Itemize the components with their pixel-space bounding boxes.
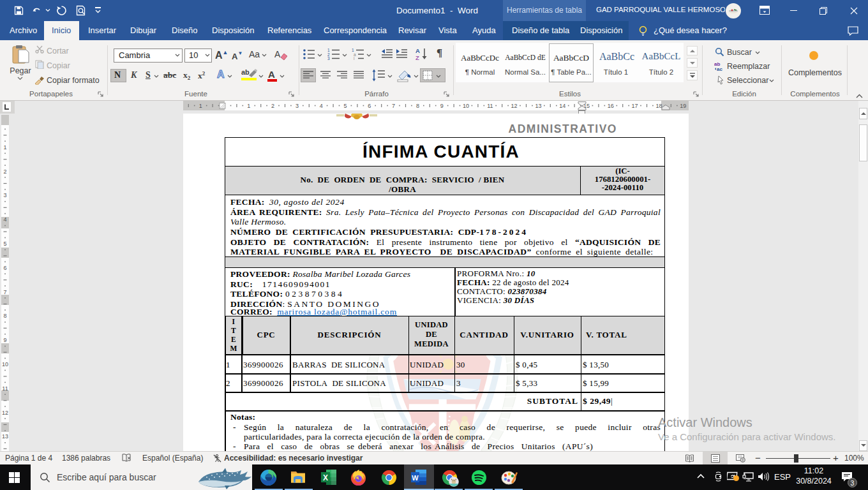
svg-text:Z: Z — [415, 54, 419, 61]
svg-text:16: 16 — [608, 103, 614, 109]
svg-text:14: 14 — [559, 103, 565, 109]
svg-text:W: W — [412, 474, 419, 482]
svg-text:X: X — [323, 473, 328, 482]
svg-text:1: 1 — [247, 103, 250, 109]
svg-text:3: 3 — [3, 192, 6, 198]
svg-text:3: 3 — [296, 103, 299, 109]
svg-text:7: 7 — [392, 103, 395, 109]
svg-text:5: 5 — [3, 241, 6, 247]
svg-text:19: 19 — [680, 103, 686, 109]
svg-text:10: 10 — [463, 103, 469, 109]
svg-text:17: 17 — [632, 103, 638, 109]
svg-text:6: 6 — [368, 103, 371, 109]
svg-text:ac: ac — [717, 66, 722, 71]
svg-text:7: 7 — [3, 289, 6, 295]
svg-text:13: 13 — [535, 103, 541, 109]
svg-text:8: 8 — [3, 313, 6, 319]
svg-text:13: 13 — [2, 433, 8, 440]
svg-text:11: 11 — [487, 103, 493, 109]
svg-text:A: A — [274, 49, 281, 59]
svg-text:12: 12 — [511, 103, 518, 109]
svg-text:4: 4 — [3, 216, 6, 223]
svg-text:A: A — [415, 47, 420, 54]
svg-text:12: 12 — [2, 410, 8, 416]
svg-text:2: 2 — [271, 103, 274, 109]
svg-text:1: 1 — [3, 144, 6, 151]
svg-text:4: 4 — [320, 103, 323, 109]
svg-text:5: 5 — [343, 103, 347, 109]
svg-text:8: 8 — [416, 103, 419, 109]
svg-text:9: 9 — [3, 337, 6, 343]
svg-text:9: 9 — [440, 103, 444, 109]
svg-text:10: 10 — [2, 361, 8, 368]
svg-text:2: 2 — [3, 168, 6, 175]
svg-text:3: 3 — [327, 56, 330, 60]
svg-text:11: 11 — [2, 385, 8, 392]
svg-text:i: i — [354, 56, 354, 60]
svg-text:6: 6 — [3, 265, 6, 271]
svg-text:1: 1 — [199, 103, 202, 109]
svg-text:18: 18 — [655, 103, 662, 109]
